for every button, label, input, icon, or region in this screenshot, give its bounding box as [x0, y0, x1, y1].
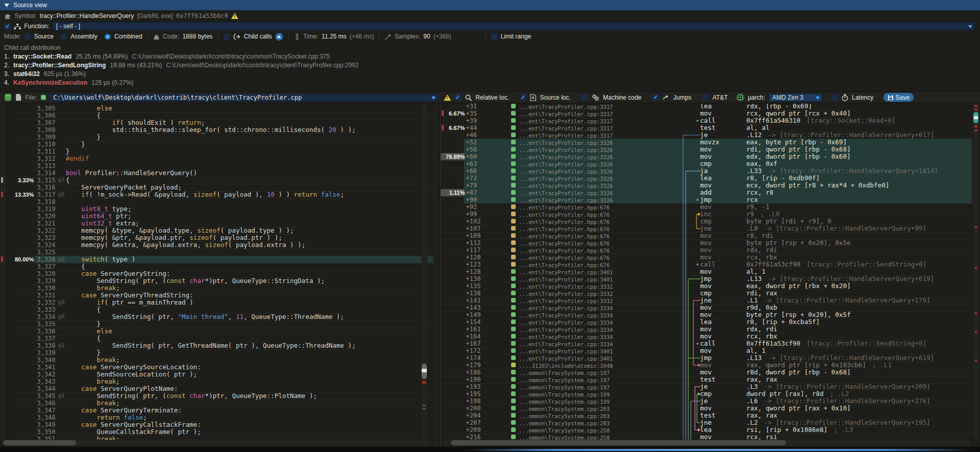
asm-row[interactable]: +207...ommon\TracySystem.cpp:203jne.L2->… — [441, 419, 972, 426]
source-row[interactable]: 3,341 case ServerQuerySourceLocation: — [0, 364, 433, 371]
source-row[interactable]: 3,323 memcpy( &ptr, &payload.ptr, sizeof… — [0, 234, 433, 241]
asm-row[interactable]: +172...ent\TracyProfiler.cpp:3401moval, … — [441, 347, 972, 354]
source-row[interactable]: 3,343 break; — [0, 378, 433, 385]
source-row[interactable]: 3,336 else — [0, 328, 433, 335]
source-row[interactable]: 3,318 — [0, 198, 433, 205]
asm-row[interactable]: 6.67%+44...ent\TracyProfiler.cpp:3317tes… — [441, 124, 972, 131]
source-row[interactable]: 3,322 memcpy( &type, &payload.type, size… — [0, 227, 433, 234]
asm-row[interactable]: +46...ent\TracyProfiler.cpp:3317je.L12->… — [441, 131, 972, 139]
asm-row[interactable]: +161...ent\TracyProfiler.cpp:3334movrdx,… — [441, 326, 972, 333]
source-row[interactable]: 3,334@6 SendString( ptr, "Main thread", … — [0, 313, 433, 321]
asm-row[interactable]: +109...ent\TracyProfiler.hpp:676movr8, r… — [441, 232, 972, 239]
asm-row[interactable]: +120...ent\TracyProfiler.hpp:676movrcx, … — [441, 254, 972, 261]
asm-row[interactable]: 1.11%+87...ent\TracyProfiler.cpp:3326add… — [441, 189, 972, 196]
source-row[interactable]: 3,331 case ServerQueryThreadString: — [0, 292, 433, 299]
source-row[interactable]: 3,342 SendSourceLocation( ptr ); — [0, 371, 433, 378]
machine-code-checkbox[interactable] — [581, 94, 588, 101]
source-row[interactable]: 3,350 QueueCallstackFrame( ptr ); — [0, 428, 433, 436]
asm-row[interactable]: +99...ent\TracyProfiler.hpp:676incr9; .L… — [441, 211, 972, 218]
save-button[interactable]: Save — [883, 93, 914, 102]
asm-row[interactable]: +79...ent\TracyProfiler.cpp:3326movecx, … — [441, 182, 972, 189]
asm-row[interactable]: 78.89%+60...ent\TracyProfiler.cpp:3326mo… — [441, 153, 972, 160]
panel-divider[interactable] — [434, 104, 434, 447]
asm-row[interactable]: +63...ent\TracyProfiler.cpp:3326cmpeax, … — [441, 160, 972, 167]
source-row[interactable]: 3,319 uint8_t type; — [0, 205, 433, 213]
source-row[interactable]: 3,308 std::this_thread::sleep_for( std::… — [0, 126, 433, 134]
asm-vscrollbar[interactable] — [973, 104, 979, 439]
asm-row[interactable]: +128...ent\TracyProfiler.cpp:3401moval, … — [441, 268, 972, 275]
latency-checkbox[interactable] — [831, 94, 838, 101]
source-row[interactable]: 3,324 memcpy( &extra, &payload.extra, si… — [0, 241, 433, 249]
source-row[interactable]: 3,338@1 SendString( ptr, GetThreadName( … — [0, 342, 433, 349]
source-row[interactable]: 80.00%3,326@9 switch( type ) — [0, 256, 433, 263]
asm-row[interactable]: +204...ommon\TracySystem.cpp:203testrax,… — [441, 412, 972, 419]
window-title-bar[interactable]: Source view — [0, 0, 980, 10]
asm-row[interactable]: +130...ent\TracyProfiler.cpp:3401jmp.L13… — [441, 275, 972, 282]
source-row[interactable]: 3,320 uint64_t ptr; — [0, 213, 433, 220]
function-select[interactable]: [ - self - ] — [52, 22, 975, 30]
source-row[interactable]: 3,325 — [0, 249, 433, 256]
child-call-item[interactable]: 2.tracy::Profiler::SendLongString19.88 m… — [4, 61, 359, 69]
jumps-checkbox[interactable] — [652, 94, 659, 101]
asm-row[interactable]: +209...ommon\TracySystem.cpp:258learsi, … — [441, 426, 972, 434]
asm-row[interactable]: +66...ent\TracyProfiler.cpp:3326ja.L33->… — [441, 167, 972, 175]
source-row[interactable]: 3,321 uint32_t extra; — [0, 220, 433, 227]
source-vscrollbar[interactable] — [421, 104, 427, 439]
source-row[interactable]: 3,344 case ServerQueryPlotName: — [0, 385, 433, 392]
radio-assembly[interactable] — [61, 33, 67, 40]
asm-row[interactable]: +154...ent\TracyProfiler.cpp:3334lear8, … — [441, 318, 972, 326]
att-checkbox[interactable] — [702, 94, 709, 101]
source-row[interactable]: 3,340 break; — [0, 356, 433, 364]
asm-row[interactable]: +216...ommon\TracySystem.cpp:258movrcx, … — [441, 434, 972, 440]
relative-loc-checkbox[interactable] — [455, 94, 461, 101]
asm-row[interactable]: +198...ommon\TracySystem.cpp:199je.L6-> … — [441, 398, 972, 405]
source-row[interactable]: 3.33%3,315@7{ — [0, 177, 433, 184]
asm-row[interactable]: +164...ent\TracyProfiler.cpp:3334movrcx,… — [441, 333, 972, 340]
source-row[interactable]: 3,311} — [0, 148, 433, 155]
source-row[interactable]: 3,328 case ServerQueryString: — [0, 270, 433, 277]
source-row[interactable]: 3,337 { — [0, 335, 433, 342]
source-row[interactable]: 3,316 ServerQueryPacket payload; — [0, 184, 433, 191]
asm-row[interactable]: +117...ent\TracyProfiler.hpp:676movrdx, … — [441, 247, 972, 254]
uarch-select[interactable]: AMD Zen 3 — [769, 93, 822, 102]
asm-row[interactable]: +107...ent\TracyProfiler.hpp:676jne.L0->… — [441, 225, 972, 232]
asm-row[interactable]: +143...ent\TracyProfiler.cpp:3334movr9d,… — [441, 304, 972, 311]
source-row[interactable]: 3,313 — [0, 162, 433, 170]
source-row[interactable]: 3,333 { — [0, 306, 433, 313]
child-call-item[interactable]: 3.stat64i32625 µs (1.36%) — [4, 70, 86, 78]
source-row[interactable]: 3,347 case ServerQueryTerminate: — [0, 407, 433, 414]
asm-row[interactable]: +92...ent\TracyProfiler.hpp:676movr9, -1 — [441, 203, 972, 211]
source-row[interactable]: 3,348 return false; — [0, 414, 433, 421]
asm-row[interactable]: +56...ent\TracyProfiler.cpp:3326movrdi, … — [441, 146, 972, 153]
asm-row[interactable]: +174...ent\TracyProfiler.cpp:3401jmp.L13… — [441, 354, 972, 362]
limit-range-checkbox[interactable] — [491, 33, 498, 40]
source-row[interactable]: 3,312#endif — [0, 155, 433, 162]
function-checkbox[interactable] — [4, 23, 11, 30]
asm-row[interactable]: +179....31103\include\atomic:1048movrax,… — [441, 362, 972, 369]
source-row[interactable]: 3,335 } — [0, 321, 433, 328]
asm-row[interactable]: +39...ent\TracyProfiler.cpp:3317call0x7f… — [441, 117, 972, 124]
source-row[interactable]: 3,307 if( shouldExit ) return; — [0, 119, 433, 126]
asm-row[interactable]: +149...ent\TracyProfiler.cpp:3334movbyte… — [441, 311, 972, 318]
source-row[interactable]: 3,330 break; — [0, 285, 433, 292]
asm-row[interactable]: +138...ent\TracyProfiler.cpp:3332cmprdi,… — [441, 290, 972, 297]
source-row[interactable]: 3,327 { — [0, 263, 433, 270]
radio-combined[interactable] — [104, 33, 111, 40]
source-row[interactable]: 3,345@1 SendString( ptr, (const char*)pt… — [0, 392, 433, 400]
source-row[interactable]: 3,305 else — [0, 105, 433, 112]
source-loc-checkbox[interactable] — [520, 94, 526, 101]
source-hscrollbar-thumb[interactable] — [3, 440, 76, 445]
source-row[interactable]: 3,351 break; — [0, 436, 433, 440]
asm-row[interactable]: 6.67%+35...ent\TracyProfiler.cpp:3317mov… — [441, 110, 972, 117]
asm-row[interactable]: +123...ent\TracyProfiler.hpp:676call0x7f… — [441, 261, 972, 268]
asm-hscrollbar-thumb[interactable] — [451, 440, 786, 445]
asm-row[interactable]: +102...ent\TracyProfiler.hpp:676cmpbyte … — [441, 218, 972, 225]
source-row[interactable]: 3,349 case ServerQueryCallstackFrame: — [0, 421, 433, 428]
asm-row[interactable]: +72...ent\TracyProfiler.cpp:3326lear8, [… — [441, 175, 972, 182]
asm-row[interactable]: +52...ent\TracyProfiler.cpp:3326movzxeax… — [441, 139, 972, 146]
radio-source[interactable] — [24, 33, 31, 40]
asm-row[interactable]: +186...ommon\TracySystem.cpp:197movr8d, … — [441, 369, 972, 376]
asm-row[interactable]: +90...ent\TracyProfiler.cpp:3326jmprcx — [441, 196, 972, 203]
asm-row[interactable]: +141...ent\TracyProfiler.cpp:3332jne.L1-… — [441, 297, 972, 304]
source-row[interactable]: 3,309 } — [0, 134, 433, 141]
